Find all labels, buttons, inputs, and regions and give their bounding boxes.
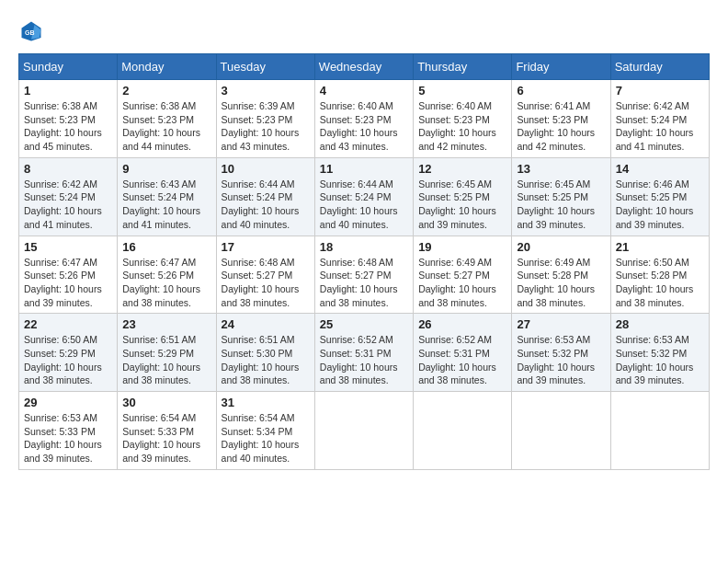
calendar-day-cell: 12 Sunrise: 6:45 AMSunset: 5:25 PMDaylig… — [414, 157, 512, 236]
day-info: Sunrise: 6:47 AMSunset: 5:26 PMDaylight:… — [24, 257, 102, 308]
calendar-day-cell: 23 Sunrise: 6:51 AMSunset: 5:29 PMDaylig… — [118, 314, 216, 392]
day-info: Sunrise: 6:45 AMSunset: 5:25 PMDaylight:… — [418, 178, 496, 230]
day-info: Sunrise: 6:53 AMSunset: 5:32 PMDaylight:… — [517, 334, 595, 385]
calendar-day-cell: 16 Sunrise: 6:47 AMSunset: 5:26 PMDaylig… — [118, 236, 216, 314]
day-info: Sunrise: 6:50 AMSunset: 5:28 PMDaylight:… — [616, 257, 694, 308]
day-info: Sunrise: 6:52 AMSunset: 5:31 PMDaylight:… — [320, 334, 398, 385]
day-info: Sunrise: 6:43 AMSunset: 5:24 PMDaylight:… — [122, 178, 200, 230]
calendar-day-cell: 24 Sunrise: 6:51 AMSunset: 5:30 PMDaylig… — [216, 314, 314, 392]
day-number: 31 — [222, 396, 310, 409]
calendar-week-row: 22 Sunrise: 6:50 AMSunset: 5:29 PMDaylig… — [19, 314, 710, 392]
calendar-week-row: 29 Sunrise: 6:53 AMSunset: 5:33 PMDaylig… — [19, 392, 710, 470]
day-info: Sunrise: 6:52 AMSunset: 5:31 PMDaylight:… — [418, 334, 496, 385]
day-number: 18 — [320, 240, 408, 254]
calendar-day-cell: 21 Sunrise: 6:50 AMSunset: 5:28 PMDaylig… — [610, 236, 709, 314]
calendar-day-cell: 7 Sunrise: 6:42 AMSunset: 5:24 PMDayligh… — [610, 80, 709, 158]
day-info: Sunrise: 6:45 AMSunset: 5:25 PMDaylight:… — [517, 178, 595, 230]
day-number: 6 — [517, 84, 605, 98]
calendar-day-cell: 15 Sunrise: 6:47 AMSunset: 5:26 PMDaylig… — [19, 236, 118, 314]
day-info: Sunrise: 6:42 AMSunset: 5:24 PMDaylight:… — [616, 100, 694, 152]
calendar-day-cell: 17 Sunrise: 6:48 AMSunset: 5:27 PMDaylig… — [216, 236, 314, 314]
day-number: 28 — [616, 317, 704, 331]
day-info: Sunrise: 6:40 AMSunset: 5:23 PMDaylight:… — [320, 100, 398, 152]
day-number: 13 — [517, 162, 605, 176]
calendar-day-cell: 5 Sunrise: 6:40 AMSunset: 5:23 PMDayligh… — [414, 80, 512, 158]
day-info: Sunrise: 6:50 AMSunset: 5:29 PMDaylight:… — [24, 334, 102, 385]
calendar-day-cell: 18 Sunrise: 6:48 AMSunset: 5:27 PMDaylig… — [314, 236, 413, 314]
calendar-day-cell: 8 Sunrise: 6:42 AMSunset: 5:24 PMDayligh… — [19, 157, 118, 236]
day-number: 4 — [320, 84, 408, 98]
day-number: 7 — [616, 84, 704, 98]
day-number: 30 — [122, 396, 210, 409]
day-info: Sunrise: 6:54 AMSunset: 5:33 PMDaylight:… — [122, 412, 200, 464]
day-info: Sunrise: 6:54 AMSunset: 5:34 PMDaylight:… — [222, 412, 300, 464]
calendar-day-cell: 14 Sunrise: 6:46 AMSunset: 5:25 PMDaylig… — [610, 157, 709, 236]
calendar-week-row: 8 Sunrise: 6:42 AMSunset: 5:24 PMDayligh… — [19, 157, 710, 236]
day-number: 22 — [24, 317, 112, 331]
calendar-week-row: 1 Sunrise: 6:38 AMSunset: 5:23 PMDayligh… — [19, 80, 710, 158]
page-header: GB — [18, 18, 710, 44]
calendar-day-cell: 3 Sunrise: 6:39 AMSunset: 5:23 PMDayligh… — [216, 80, 314, 158]
day-number: 19 — [418, 240, 506, 254]
day-header-tuesday: Tuesday — [216, 54, 314, 80]
day-info: Sunrise: 6:44 AMSunset: 5:24 PMDaylight:… — [320, 178, 398, 230]
day-number: 9 — [122, 162, 210, 176]
calendar-day-cell: 10 Sunrise: 6:44 AMSunset: 5:24 PMDaylig… — [216, 157, 314, 236]
day-header-friday: Friday — [512, 54, 610, 80]
day-number: 8 — [24, 162, 112, 176]
calendar-day-cell: 13 Sunrise: 6:45 AMSunset: 5:25 PMDaylig… — [512, 157, 610, 236]
day-info: Sunrise: 6:44 AMSunset: 5:24 PMDaylight:… — [222, 178, 300, 230]
day-number: 10 — [222, 162, 310, 176]
calendar-table: SundayMondayTuesdayWednesdayThursdayFrid… — [18, 53, 710, 470]
calendar-day-cell: 2 Sunrise: 6:38 AMSunset: 5:23 PMDayligh… — [118, 80, 216, 158]
day-number: 16 — [122, 240, 210, 254]
day-info: Sunrise: 6:53 AMSunset: 5:32 PMDaylight:… — [616, 334, 694, 385]
calendar-day-cell: 27 Sunrise: 6:53 AMSunset: 5:32 PMDaylig… — [512, 314, 610, 392]
calendar-header-row: SundayMondayTuesdayWednesdayThursdayFrid… — [19, 54, 710, 80]
day-number: 1 — [24, 84, 112, 98]
day-number: 21 — [616, 240, 704, 254]
calendar-day-cell: 28 Sunrise: 6:53 AMSunset: 5:32 PMDaylig… — [610, 314, 709, 392]
day-header-monday: Monday — [118, 54, 216, 80]
day-info: Sunrise: 6:38 AMSunset: 5:23 PMDaylight:… — [122, 100, 200, 152]
day-info: Sunrise: 6:38 AMSunset: 5:23 PMDaylight:… — [24, 100, 102, 152]
day-number: 27 — [517, 317, 605, 331]
calendar-day-cell: 9 Sunrise: 6:43 AMSunset: 5:24 PMDayligh… — [118, 157, 216, 236]
day-info: Sunrise: 6:41 AMSunset: 5:23 PMDaylight:… — [517, 100, 595, 152]
calendar-day-cell: 11 Sunrise: 6:44 AMSunset: 5:24 PMDaylig… — [314, 157, 413, 236]
day-number: 20 — [517, 240, 605, 254]
calendar-empty-cell — [414, 392, 512, 470]
day-info: Sunrise: 6:40 AMSunset: 5:23 PMDaylight:… — [418, 100, 496, 152]
calendar-empty-cell — [512, 392, 610, 470]
day-number: 14 — [616, 162, 704, 176]
calendar-day-cell: 30 Sunrise: 6:54 AMSunset: 5:33 PMDaylig… — [118, 392, 216, 470]
day-info: Sunrise: 6:48 AMSunset: 5:27 PMDaylight:… — [320, 257, 398, 308]
day-number: 29 — [24, 396, 112, 409]
day-info: Sunrise: 6:51 AMSunset: 5:29 PMDaylight:… — [122, 334, 200, 385]
day-header-saturday: Saturday — [610, 54, 709, 80]
day-header-thursday: Thursday — [414, 54, 512, 80]
calendar-day-cell: 4 Sunrise: 6:40 AMSunset: 5:23 PMDayligh… — [314, 80, 413, 158]
day-number: 24 — [222, 317, 310, 331]
day-header-wednesday: Wednesday — [314, 54, 413, 80]
calendar-day-cell: 6 Sunrise: 6:41 AMSunset: 5:23 PMDayligh… — [512, 80, 610, 158]
logo-icon: GB — [18, 18, 44, 44]
day-info: Sunrise: 6:51 AMSunset: 5:30 PMDaylight:… — [222, 334, 300, 385]
calendar-day-cell: 19 Sunrise: 6:49 AMSunset: 5:27 PMDaylig… — [414, 236, 512, 314]
calendar-week-row: 15 Sunrise: 6:47 AMSunset: 5:26 PMDaylig… — [19, 236, 710, 314]
calendar-day-cell: 22 Sunrise: 6:50 AMSunset: 5:29 PMDaylig… — [19, 314, 118, 392]
day-info: Sunrise: 6:53 AMSunset: 5:33 PMDaylight:… — [24, 412, 102, 464]
day-number: 23 — [122, 317, 210, 331]
calendar-day-cell: 20 Sunrise: 6:49 AMSunset: 5:28 PMDaylig… — [512, 236, 610, 314]
calendar-empty-cell — [610, 392, 709, 470]
day-number: 26 — [418, 317, 506, 331]
day-number: 12 — [418, 162, 506, 176]
day-info: Sunrise: 6:48 AMSunset: 5:27 PMDaylight:… — [222, 257, 300, 308]
day-number: 15 — [24, 240, 112, 254]
day-number: 25 — [320, 317, 408, 331]
day-number: 3 — [222, 84, 310, 98]
calendar-day-cell: 25 Sunrise: 6:52 AMSunset: 5:31 PMDaylig… — [314, 314, 413, 392]
day-info: Sunrise: 6:39 AMSunset: 5:23 PMDaylight:… — [222, 100, 300, 152]
day-info: Sunrise: 6:49 AMSunset: 5:28 PMDaylight:… — [517, 257, 595, 308]
calendar-day-cell: 1 Sunrise: 6:38 AMSunset: 5:23 PMDayligh… — [19, 80, 118, 158]
